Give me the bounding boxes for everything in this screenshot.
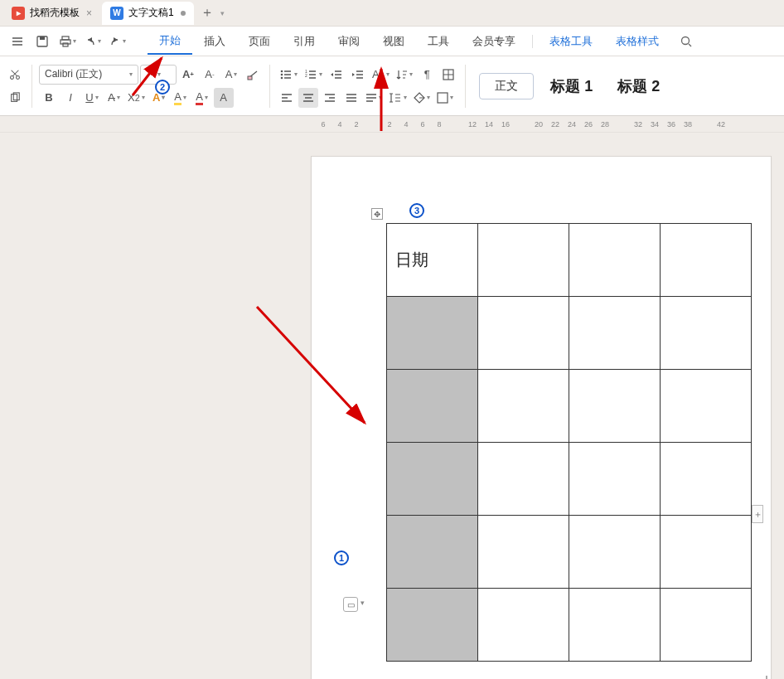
table-cell[interactable]	[387, 589, 478, 662]
menu-table-style[interactable]: 表格样式	[604, 29, 670, 54]
ruler-tick: 22	[547, 120, 564, 129]
font-color-button[interactable]: A▾	[192, 88, 212, 108]
cut-button[interactable]	[5, 65, 25, 85]
tab-document[interactable]: W 文字文稿1	[102, 2, 194, 25]
menu-page[interactable]: 页面	[237, 29, 282, 54]
superscript-button[interactable]: X2▾	[125, 88, 148, 108]
change-case-button[interactable]: A▾	[221, 65, 241, 85]
bullet-list-button[interactable]: ▾	[277, 65, 300, 85]
table-cell[interactable]	[569, 224, 661, 297]
table-cell[interactable]	[661, 370, 752, 443]
menu-review[interactable]: 审阅	[327, 29, 371, 54]
style-heading2[interactable]: 标题 2	[609, 73, 668, 99]
table-cell[interactable]	[387, 370, 478, 443]
table-move-handle[interactable]: ✥	[371, 208, 383, 220]
highlight-button[interactable]: A▾	[171, 88, 191, 108]
search-icon[interactable]	[675, 31, 697, 52]
sort-button[interactable]: ▾	[394, 65, 415, 85]
numbered-list-button[interactable]: 12▾	[302, 65, 325, 85]
table-cell[interactable]	[478, 589, 569, 662]
new-tab-caret-icon[interactable]: ▾	[220, 9, 225, 17]
svg-rect-4	[63, 43, 68, 46]
font-family-select[interactable]: Calibri (正文) ▾	[39, 65, 138, 85]
redo-button[interactable]: ▾	[106, 31, 128, 52]
table-cell[interactable]	[661, 297, 752, 370]
menu-member[interactable]: 会员专享	[461, 29, 527, 54]
show-marks-button[interactable]: ¶	[417, 65, 437, 85]
ruler-tick: 42	[713, 120, 729, 129]
clear-formatting-button[interactable]	[243, 65, 263, 85]
strikethrough-button[interactable]: A̶▾	[104, 88, 123, 108]
svg-rect-10	[248, 76, 252, 80]
add-column-button[interactable]: ＋	[752, 505, 763, 523]
line-spacing-button[interactable]: ▾	[386, 88, 409, 108]
style-gallery: 正文 标题 1 标题 2	[479, 73, 668, 99]
align-center-button[interactable]	[298, 88, 318, 108]
table-cell[interactable]	[569, 516, 661, 589]
table-cell[interactable]	[478, 443, 569, 516]
table-cell[interactable]	[478, 370, 569, 443]
menu-view[interactable]: 视图	[371, 29, 416, 54]
table-cell[interactable]	[569, 589, 661, 662]
distribute-button[interactable]: ▾	[363, 88, 385, 108]
new-tab-button[interactable]: ＋	[196, 2, 219, 25]
word-doc-icon: W	[110, 7, 123, 20]
ruler-tick: 12	[464, 120, 481, 129]
document-table[interactable]: 日期	[386, 223, 752, 662]
table-cell[interactable]	[478, 297, 569, 370]
undo-button[interactable]: ▾	[81, 31, 103, 52]
align-left-button[interactable]	[277, 88, 297, 108]
horizontal-ruler[interactable]: 642246812141620222426283234363842	[0, 116, 784, 133]
table-insert-button[interactable]: ▾	[434, 88, 456, 108]
close-icon[interactable]: ×	[86, 7, 92, 19]
tab-templates[interactable]: ▸ 找稻壳模板 ×	[3, 2, 100, 25]
save-button[interactable]	[31, 31, 53, 52]
menu-separator	[532, 35, 533, 48]
table-cell[interactable]	[387, 297, 478, 370]
align-right-button[interactable]	[320, 88, 340, 108]
document-area: ✥ 日期 ＋ ＋ ▭ ▾ 1 3	[0, 133, 784, 679]
text-direction-button[interactable]: A↕▾	[370, 65, 392, 85]
underline-button[interactable]: U▾	[82, 88, 102, 108]
borders-button[interactable]	[438, 65, 458, 85]
table-cell-header[interactable]: 日期	[387, 224, 478, 297]
menu-table-tools[interactable]: 表格工具	[538, 29, 604, 54]
table-cell[interactable]	[661, 224, 752, 297]
grow-font-button[interactable]: A+	[178, 65, 198, 85]
table-cell[interactable]	[569, 443, 661, 516]
decrease-indent-button[interactable]	[327, 65, 346, 85]
table-cell[interactable]	[478, 516, 569, 589]
svg-point-11	[281, 70, 283, 72]
menu-button[interactable]	[7, 31, 28, 52]
shrink-font-button[interactable]: A-	[200, 65, 220, 85]
table-cell[interactable]	[387, 516, 478, 589]
align-justify-button[interactable]	[341, 88, 361, 108]
table-cell[interactable]	[569, 370, 661, 443]
table-cell[interactable]	[661, 516, 752, 589]
print-button[interactable]: ▾	[56, 31, 78, 52]
menu-start[interactable]: 开始	[148, 28, 192, 55]
font-size-select[interactable]: ▾	[140, 65, 177, 85]
menu-tools[interactable]: 工具	[416, 29, 461, 54]
text-effects-button[interactable]: A▾	[149, 88, 169, 108]
copy-button[interactable]	[5, 88, 25, 108]
table-cell[interactable]	[387, 443, 478, 516]
table-cell[interactable]	[661, 443, 752, 516]
resize-handle[interactable]	[757, 672, 767, 679]
menu-insert[interactable]: 插入	[192, 29, 237, 54]
style-normal[interactable]: 正文	[479, 73, 534, 99]
menu-reference[interactable]: 引用	[282, 29, 327, 54]
style-heading1[interactable]: 标题 1	[542, 73, 601, 99]
table-cell[interactable]	[569, 297, 661, 370]
table-cell[interactable]	[661, 589, 752, 662]
shading-button[interactable]: ▾	[411, 88, 433, 108]
unsaved-dot-icon	[181, 11, 186, 16]
page: ✥ 日期 ＋ ＋	[311, 156, 772, 679]
increase-indent-button[interactable]	[348, 65, 368, 85]
menu-items: 开始 插入 页面 引用 审阅 视图 工具 会员专享 表格工具 表格样式	[148, 28, 700, 55]
char-shading-button[interactable]: A	[214, 88, 234, 108]
italic-button[interactable]: I	[60, 88, 80, 108]
bold-button[interactable]: B	[39, 88, 59, 108]
section-button[interactable]: ▭	[343, 597, 358, 612]
table-cell[interactable]	[478, 224, 569, 297]
